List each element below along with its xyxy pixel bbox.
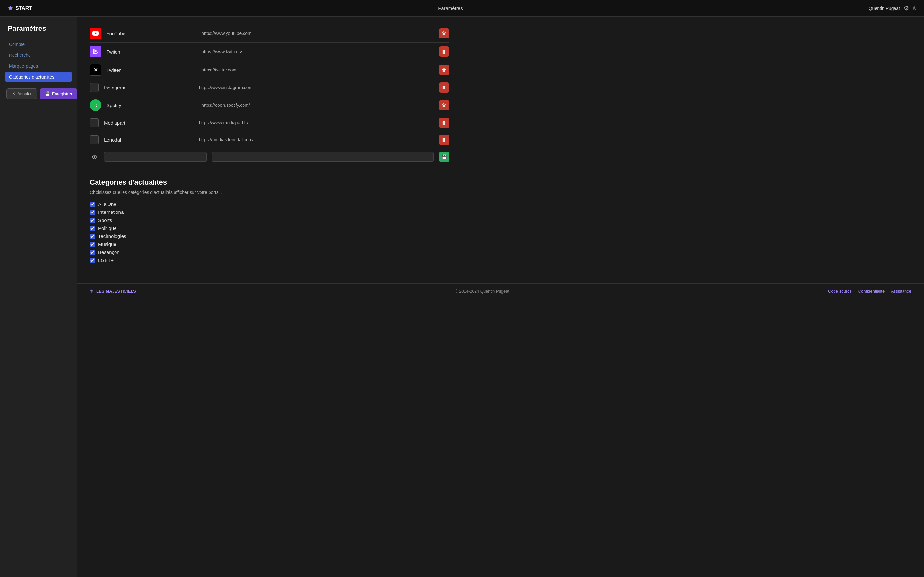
footer-link-assistance[interactable]: Assistance: [891, 289, 911, 293]
category-label-international: International: [98, 210, 125, 215]
categories-desc: Choisissez quelles catégories d'actualit…: [90, 190, 449, 195]
category-item-musique[interactable]: Musique: [90, 242, 449, 247]
service-url: https://open.spotify.com/: [202, 103, 434, 108]
spotify-icon: ♫: [90, 99, 102, 111]
category-item-besancon[interactable]: Besançon: [90, 250, 449, 255]
category-item-lgbt[interactable]: LGBT+: [90, 258, 449, 263]
service-name: Twitter: [107, 67, 196, 73]
trash-icon: 🗑: [442, 67, 446, 73]
category-label-politique: Politique: [98, 226, 117, 231]
category-label-technologies: Technologies: [98, 234, 126, 239]
delete-mediapart-button[interactable]: 🗑: [439, 118, 449, 128]
instagram-placeholder-icon: [90, 83, 99, 92]
new-service-url-input[interactable]: [212, 152, 434, 161]
category-checkbox-international[interactable]: [90, 210, 95, 215]
delete-youtube-button[interactable]: 🗑: [439, 28, 449, 39]
username: Quentin Pugeat: [869, 6, 900, 11]
categories-section: Catégories d'actualités Choisissez quell…: [90, 178, 449, 263]
logout-icon[interactable]: ⎋: [913, 5, 916, 11]
footer: ⚜ LES MAJESTICIELS © 2014-2024 Quentin P…: [77, 284, 924, 299]
new-service-name-input[interactable]: [104, 152, 207, 161]
sidebar-item-categories[interactable]: Catégories d'actualités: [5, 72, 72, 82]
save-icon: 💾: [441, 154, 447, 159]
service-name: Lenodal: [104, 137, 194, 143]
delete-instagram-button[interactable]: 🗑: [439, 82, 449, 93]
category-item-sports[interactable]: Sports: [90, 218, 449, 223]
layout: Paramètres Compte Recherche Marque-pages…: [0, 17, 924, 577]
lenodal-placeholder-icon: [90, 135, 99, 144]
service-name: Spotify: [107, 103, 196, 108]
cancel-button[interactable]: ✕ Annuler: [6, 89, 37, 99]
delete-lenodal-button[interactable]: 🗑: [439, 135, 449, 145]
service-name: Mediapart: [104, 120, 194, 126]
category-checkbox-lgbt[interactable]: [90, 258, 95, 263]
trash-icon: 🗑: [442, 137, 446, 142]
service-url: https://www.instagram.com: [199, 85, 434, 90]
content-area: YouTube https://www.youtube.com 🗑 Twitch…: [77, 17, 462, 271]
sidebar-actions: ✕ Annuler 💾 Enregistrer: [5, 89, 72, 99]
sidebar: Paramètres Compte Recherche Marque-pages…: [0, 17, 77, 577]
category-label-lgbt: LGBT+: [98, 258, 113, 263]
category-item-technologies[interactable]: Technologies: [90, 234, 449, 239]
footer-brand: ⚜ LES MAJESTICIELS: [90, 289, 136, 293]
categories-list: A la Une International Sports Politique: [90, 201, 449, 263]
footer-link-source[interactable]: Code source: [828, 289, 852, 293]
plus-circle-icon: ⊕: [92, 153, 97, 161]
add-service-icon-button[interactable]: ⊕: [90, 152, 99, 161]
category-checkbox-musique[interactable]: [90, 242, 95, 247]
category-item-politique[interactable]: Politique: [90, 226, 449, 231]
trash-icon: 🗑: [442, 120, 446, 125]
crown-icon: ⚜: [8, 5, 13, 12]
save-icon: 💾: [45, 91, 50, 96]
header: ⚜ START Paramètres Quentin Pugeat ⚙ ⎋: [0, 0, 924, 17]
brand-logo[interactable]: ⚜ START: [8, 5, 32, 12]
user-menu: Quentin Pugeat ⚙ ⎋: [869, 5, 916, 12]
sidebar-title: Paramètres: [5, 24, 72, 33]
main-content: YouTube https://www.youtube.com 🗑 Twitch…: [77, 17, 924, 577]
table-row: YouTube https://www.youtube.com 🗑: [90, 24, 449, 43]
sidebar-item-marque-pages[interactable]: Marque-pages: [5, 61, 72, 71]
category-label-musique: Musique: [98, 242, 116, 247]
table-row: Instagram https://www.instagram.com 🗑: [90, 79, 449, 96]
brand-name: START: [15, 5, 32, 11]
footer-crown-icon: ⚜: [90, 289, 94, 293]
sidebar-nav: Compte Recherche Marque-pages Catégories…: [5, 39, 72, 82]
service-name: YouTube: [107, 31, 196, 36]
service-url: https://www.mediapart.fr/: [199, 120, 434, 125]
trash-icon: 🗑: [442, 103, 446, 108]
sidebar-item-compte[interactable]: Compte: [5, 39, 72, 49]
table-row: Lenodal https://medias.lenodal.com/ 🗑: [90, 131, 449, 148]
settings-icon[interactable]: ⚙: [904, 5, 909, 12]
table-row: Mediapart https://www.mediapart.fr/ 🗑: [90, 114, 449, 131]
footer-link-confidentialite[interactable]: Confidentialité: [858, 289, 885, 293]
service-name: Instagram: [104, 85, 194, 90]
category-checkbox-technologies[interactable]: [90, 234, 95, 239]
trash-icon: 🗑: [442, 85, 446, 90]
add-service-save-button[interactable]: 💾: [439, 152, 449, 162]
footer-links: Code source Confidentialité Assistance: [828, 289, 911, 293]
page-title: Paramètres: [438, 5, 463, 11]
youtube-icon: [90, 27, 102, 39]
category-checkbox-politique[interactable]: [90, 226, 95, 231]
save-button[interactable]: 💾 Enregistrer: [40, 89, 77, 99]
category-checkbox-besancon[interactable]: [90, 250, 95, 255]
twitch-icon: [90, 46, 102, 57]
table-row: ♫ Spotify https://open.spotify.com/ 🗑: [90, 96, 449, 114]
service-url: https://medias.lenodal.com/: [199, 137, 434, 142]
delete-spotify-button[interactable]: 🗑: [439, 100, 449, 110]
category-label-une: A la Une: [98, 201, 116, 207]
service-name: Twitch: [107, 49, 196, 55]
category-checkbox-sports[interactable]: [90, 218, 95, 223]
category-item-international[interactable]: International: [90, 210, 449, 215]
twitter-icon: ✕: [90, 64, 102, 76]
category-item-une[interactable]: A la Une: [90, 201, 449, 207]
delete-twitch-button[interactable]: 🗑: [439, 47, 449, 57]
cancel-icon: ✕: [12, 91, 15, 96]
services-table: YouTube https://www.youtube.com 🗑 Twitch…: [90, 24, 449, 165]
category-label-sports: Sports: [98, 218, 112, 223]
sidebar-item-recherche[interactable]: Recherche: [5, 50, 72, 60]
service-url: https://www.youtube.com: [202, 31, 434, 36]
categories-title: Catégories d'actualités: [90, 178, 449, 187]
category-checkbox-une[interactable]: [90, 201, 95, 207]
delete-twitter-button[interactable]: 🗑: [439, 65, 449, 75]
